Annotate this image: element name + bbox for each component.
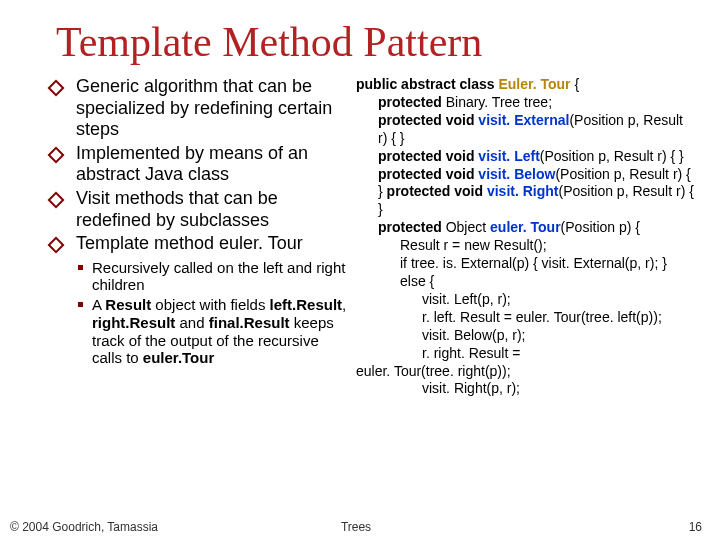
sub-bullet-item: A Result object with fields left.Result,… xyxy=(56,296,350,367)
code-line: visit. Left(p, r); xyxy=(356,291,696,309)
code-kw: protected void xyxy=(378,148,478,164)
bullet-item: Visit methods that can be redefined by s… xyxy=(56,188,350,231)
bullet-item: Generic algorithm that can be specialize… xyxy=(56,76,350,141)
code-line: r. left. Result = euler. Tour(tree. left… xyxy=(356,309,696,327)
bullet-item: Template method euler. Tour xyxy=(56,233,350,255)
code-kw: protected void xyxy=(378,166,478,182)
footer: © 2004 Goodrich, Tamassia Trees 16 xyxy=(10,520,702,534)
slide-body: Generic algorithm that can be specialize… xyxy=(56,76,696,398)
slide-title: Template Method Pattern xyxy=(56,18,696,66)
sub-bullet-text: A Result object with fields left.Result,… xyxy=(92,296,346,366)
code-method: visit. Left xyxy=(478,148,539,164)
sub-bullet-item: Recursively called on the left and right… xyxy=(56,259,350,294)
code-kw: protected xyxy=(378,94,442,110)
code-line: visit. Below(p, r); xyxy=(356,327,696,345)
code-line: visit. Right(p, r); xyxy=(356,380,696,398)
code-class: Euler. Tour xyxy=(498,76,570,92)
code-text: (Position p) { xyxy=(561,219,640,235)
code-line: public abstract class Euler. Tour { xyxy=(356,76,696,94)
code-line: protected Object euler. Tour(Position p)… xyxy=(356,219,696,237)
code-method: visit. External xyxy=(478,112,569,128)
code-line: euler. Tour(tree. right(p)); xyxy=(356,363,511,379)
code-method: visit. Right xyxy=(487,183,559,199)
code-line: protected void visit. Left(Position p, R… xyxy=(356,148,696,166)
bullet-list: Generic algorithm that can be specialize… xyxy=(56,76,350,255)
code-text: { xyxy=(571,76,580,92)
slide: Template Method Pattern Generic algorith… xyxy=(0,0,720,540)
code-kw: protected xyxy=(378,219,442,235)
code-line: r. right. Result = xyxy=(356,345,696,363)
code-method: euler. Tour xyxy=(490,219,561,235)
left-column: Generic algorithm that can be specialize… xyxy=(56,76,350,398)
code-line: protected void visit. External(Position … xyxy=(356,112,696,148)
code-line: else { xyxy=(356,273,696,291)
code-kw: protected void xyxy=(378,112,478,128)
code-block: public abstract class Euler. Tour { prot… xyxy=(356,76,696,398)
code-kw: public abstract class xyxy=(356,76,498,92)
code-line: if tree. is. External(p) { visit. Extern… xyxy=(356,255,696,273)
code-text: Binary. Tree tree; xyxy=(442,94,552,110)
code-line: Result r = new Result(); xyxy=(356,237,696,255)
sub-bullet-list: Recursively called on the left and right… xyxy=(56,259,350,367)
code-line: protected void visit. Below(Position p, … xyxy=(356,166,696,220)
code-text: (Position p, Result r) { } xyxy=(540,148,684,164)
code-text: Object xyxy=(442,219,490,235)
code-method: visit. Below xyxy=(478,166,555,182)
code-line: protected Binary. Tree tree; xyxy=(356,94,696,112)
bullet-item: Implemented by means of an abstract Java… xyxy=(56,143,350,186)
footer-center: Trees xyxy=(10,520,702,534)
code-kw: protected void xyxy=(387,183,487,199)
